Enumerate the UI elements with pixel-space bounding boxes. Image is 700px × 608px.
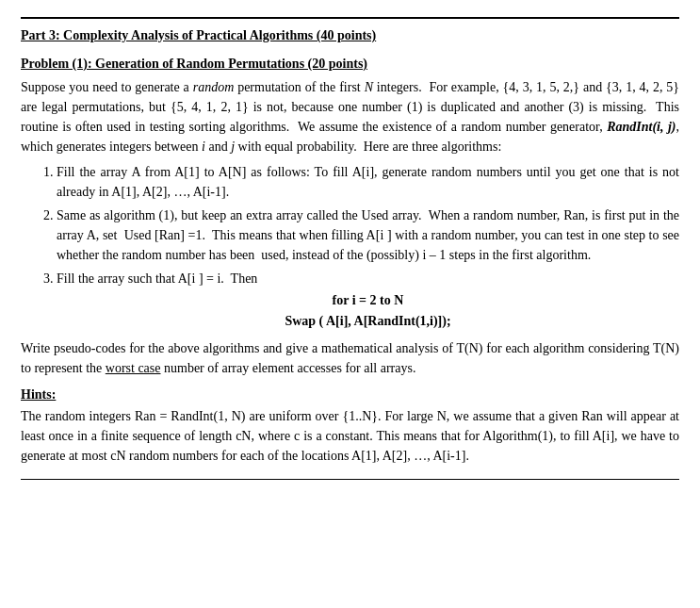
- algorithm-item-1: Fill the array A from A[1] to A[N] as fo…: [57, 162, 679, 202]
- part-title: Part 3: Complexity Analysis of Practical…: [21, 28, 679, 43]
- hints-title: Hints:: [21, 387, 679, 403]
- code-block: for i = 2 to N Swap ( A[i], A[RandInt(1,…: [57, 290, 679, 333]
- bottom-divider: [21, 479, 679, 480]
- code-line-1: for i = 2 to N: [57, 290, 679, 311]
- write-section: Write pseudo-codes for the above algorit…: [21, 338, 679, 378]
- problem-intro: Suppose you need to generate a random pe…: [21, 77, 679, 156]
- hints-text: The random integers Ran = RandInt(1, N) …: [21, 406, 679, 466]
- page-container: Part 3: Complexity Analysis of Practical…: [0, 0, 700, 608]
- top-divider: [21, 17, 679, 19]
- problem-title: Problem (1): Generation of Random Permut…: [21, 57, 679, 72]
- algorithm-item-2: Same as algorithm (1), but keep an extra…: [57, 205, 679, 265]
- algorithm-item-3: Fill the array such that A[i ] = i. Then…: [57, 269, 679, 333]
- algorithm-list: Fill the array A from A[1] to A[N] as fo…: [57, 162, 679, 333]
- code-line-2: Swap ( A[i], A[RandInt(1,i)]);: [57, 311, 679, 332]
